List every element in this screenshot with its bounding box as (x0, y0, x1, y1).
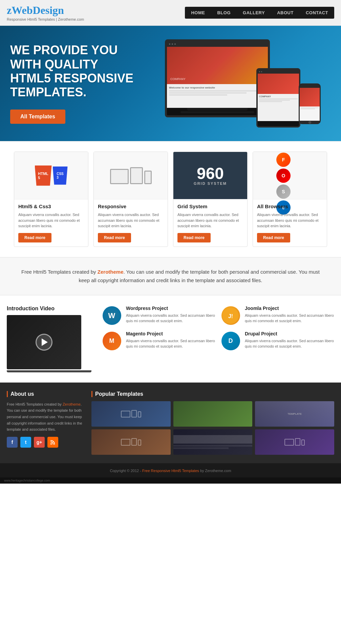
nav-contact[interactable]: CONTACT (300, 7, 334, 19)
device-mockup: COMPANY Welcome to our responsive websit… (165, 39, 327, 128)
project-title-magento: Magento Project (126, 331, 215, 336)
footer-about: About us Free Html5 Templates created by… (7, 391, 85, 455)
social-icons: f t g+ (7, 437, 85, 448)
svg-point-2 (50, 443, 52, 445)
feature-title-grid: Grid System (177, 203, 243, 209)
feature-img-html5: HTML5 CSS3 (14, 152, 88, 199)
feature-title-responsive: Responsive (98, 203, 164, 209)
footer-about-title: About us (7, 391, 85, 397)
template-thumb-4[interactable] (91, 429, 171, 455)
tablet: COMPANY (256, 68, 300, 128)
project-desc-joomla: Aliquam viverra convallis auctor. Sed ac… (245, 313, 334, 324)
project-info-magento: Magento Project Aliquam viverra convalli… (126, 331, 215, 349)
monitor: COMPANY Welcome to our responsive websit… (165, 39, 270, 117)
copyright-link[interactable]: Free Responsive Html5 Templates (142, 469, 199, 473)
feature-title-html5: Html5 & Css3 (18, 203, 84, 209)
feature-desc-grid: Aliquam viverra convallis auctor. Sed ac… (177, 212, 243, 229)
play-button[interactable] (36, 334, 52, 351)
template-thumb-2[interactable] (173, 401, 253, 427)
logo-rest: WebDesign (12, 4, 64, 16)
project-desc-drupal: Aliquam viverra convallis auctor. Sed ac… (245, 338, 334, 349)
project-title-drupal: Drupal Project (245, 331, 334, 336)
project-joomla: J! Joomla Project Aliquam viverra conval… (220, 306, 334, 326)
footer-templates: Popular Templates TEMPLATE (91, 391, 334, 455)
twitter-icon[interactable]: t (20, 437, 31, 448)
copyright-text: Copyright © 2012 - Free Responsive Html5… (110, 469, 231, 473)
css3-badge: CSS3 (53, 167, 68, 185)
svg-text:J!: J! (228, 313, 233, 319)
facebook-icon[interactable]: f (7, 437, 18, 448)
video-projects-section: Introduction Video W Wordpress Project A… (0, 295, 341, 383)
project-wordpress: W Wordpress Project Aliquam viverra conv… (102, 306, 215, 326)
nav-gallery[interactable]: GALLERY (237, 7, 271, 19)
drupal-icon: D (220, 331, 241, 351)
zerotheme-link[interactable]: Zerotheme (98, 269, 124, 275)
project-magento: M Magento Project Aliquam viverra conval… (102, 331, 215, 351)
html5-badge: HTML5 (35, 165, 52, 186)
all-templates-button[interactable]: All Templates (10, 110, 65, 124)
projects-section: W Wordpress Project Aliquam viverra conv… (102, 306, 334, 372)
logo[interactable]: zWebDesign (7, 4, 84, 17)
project-title-wordpress: Wordpress Project (126, 306, 215, 311)
info-banner: Free Html5 Templates created by Zerothem… (0, 257, 341, 295)
phone (299, 83, 321, 124)
footer-templates-title: Popular Templates (91, 391, 334, 397)
rss-icon[interactable] (47, 437, 58, 448)
template-thumb-5[interactable] (173, 429, 253, 455)
projects-grid: W Wordpress Project Aliquam viverra conv… (102, 306, 334, 351)
nav-home[interactable]: HOME (185, 7, 211, 19)
video-progress-bar (7, 370, 91, 372)
feature-desc-browsers: Aliquam viverra convallis auctor. Sed ac… (257, 212, 323, 229)
hero-title: WE PROVIDE YOU WITH QUALITY HTML5 RESPON… (10, 43, 139, 99)
footer-about-text: Free Html5 Templates created by Zerothem… (7, 401, 85, 433)
read-more-grid[interactable]: Read more (177, 233, 211, 242)
project-info-wordpress: Wordpress Project Aliquam viverra conval… (126, 306, 215, 324)
footer-zerotheme-link[interactable]: Zerotheme (63, 402, 81, 406)
read-more-html5[interactable]: Read more (18, 233, 51, 242)
hero-left: WE PROVIDE YOU WITH QUALITY HTML5 RESPON… (10, 43, 139, 124)
feature-img-responsive (94, 152, 168, 199)
hero-section: WE PROVIDE YOU WITH QUALITY HTML5 RESPON… (0, 26, 341, 141)
responsive-tablet-icon (130, 167, 143, 184)
feature-desc-responsive: Aliquam viverra convallis auctor. Sed ac… (98, 212, 164, 229)
project-info-drupal: Drupal Project Aliquam viverra convallis… (245, 331, 334, 349)
project-desc-wordpress: Aliquam viverra convallis auctor. Sed ac… (126, 313, 215, 324)
joomla-icon: J! (220, 306, 241, 326)
nav-blog[interactable]: BLOG (211, 7, 237, 19)
feature-card-responsive: Responsive Aliquam viverra convallis auc… (93, 152, 168, 247)
grid-960-icon: 960 GRID SYSTEM (194, 165, 227, 186)
template-grid: TEMPLATE (91, 401, 334, 455)
project-info-joomla: Joomla Project Aliquam viverra convallis… (245, 306, 334, 324)
video-title: Introduction Video (7, 306, 91, 312)
project-title-joomla: Joomla Project (245, 306, 334, 311)
responsive-phone-icon (144, 171, 152, 184)
footer: About us Free Html5 Templates created by… (0, 383, 341, 463)
read-more-responsive[interactable]: Read more (98, 233, 131, 242)
feature-body-html5: Html5 & Css3 Aliquam viverra convallis a… (14, 199, 88, 247)
logo-z: z (7, 4, 12, 16)
features-section: HTML5 CSS3 Html5 & Css3 Aliquam viverra … (0, 141, 341, 257)
template-thumb-1[interactable] (91, 401, 171, 427)
project-desc-magento: Aliquam viverra convallis auctor. Sed ac… (126, 338, 215, 349)
googleplus-icon[interactable]: g+ (34, 437, 45, 448)
main-nav: HOME BLOG GALLERY ABOUT CONTACT (185, 7, 334, 19)
feature-img-browsers: C F O S e (253, 152, 327, 199)
logo-area: zWebDesign Responsive Html5 Templates | … (7, 4, 84, 21)
logo-subtitle: Responsive Html5 Templates | Zerotheme.c… (7, 17, 84, 21)
project-drupal: D Drupal Project Aliquam viverra convall… (220, 331, 334, 351)
video-player[interactable] (7, 315, 81, 369)
read-more-browsers[interactable]: Read more (257, 233, 290, 242)
magento-icon: M (102, 331, 122, 351)
template-thumb-3[interactable]: TEMPLATE (255, 401, 334, 427)
feature-card-browsers: C F O S e All Browsers Aliquam viverra c… (253, 152, 327, 247)
bottom-bar: Copyright © 2012 - Free Responsive Html5… (0, 463, 341, 477)
template-thumb-6[interactable] (255, 429, 334, 455)
site-url: www.heritagechristiancollege.com (0, 477, 341, 484)
nav-about[interactable]: ABOUT (271, 7, 300, 19)
feature-img-grid: 960 GRID SYSTEM (173, 152, 247, 199)
info-text: Free Html5 Templates created by Zerothem… (20, 268, 321, 285)
wordpress-icon: W (102, 306, 122, 326)
video-section: Introduction Video (7, 306, 91, 372)
feature-card-grid: 960 GRID SYSTEM Grid System Aliquam vive… (173, 152, 248, 247)
responsive-monitor-icon (110, 169, 129, 184)
